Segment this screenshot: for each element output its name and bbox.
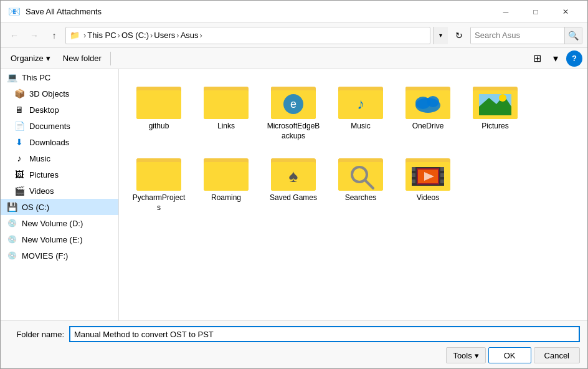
svg-point-27 (499, 94, 506, 102)
folder-label: Pictures (481, 122, 508, 132)
folder-icon (136, 82, 181, 119)
file-area: github Links (119, 69, 587, 320)
sidebar-item-pictures[interactable]: 🖼 Pictures (1, 166, 118, 183)
sidebar-item-this-pc[interactable]: 💻 This PC (1, 69, 118, 85)
toolbar: Organize ▾ New folder ⊞ ▾ ? (1, 48, 587, 69)
svg-rect-30 (136, 162, 181, 191)
new-volume-e-icon: 💿 (6, 233, 18, 246)
list-item[interactable]: Pictures (464, 78, 526, 145)
sidebar-item-new-volume-e[interactable]: 💿 New Volume (E:) (1, 231, 118, 247)
folder-icon: ♠ (271, 153, 316, 191)
path-dropdown-button[interactable]: ▾ (433, 27, 448, 44)
path-folder-icon: 📁 (70, 31, 80, 40)
search-button[interactable]: 🔍 (564, 27, 582, 44)
up-button[interactable]: ↑ (45, 27, 63, 44)
toolbar-separator (110, 52, 111, 65)
folder-label: Videos (417, 193, 439, 203)
sidebar-item-new-volume-d[interactable]: 💿 New Volume (D:) (1, 215, 118, 231)
view-dropdown-button[interactable]: ▾ (548, 50, 564, 67)
new-folder-button[interactable]: New folder (58, 50, 107, 67)
sidebar-item-documents[interactable]: 📄 Documents (1, 118, 118, 134)
forward-button[interactable]: → (26, 27, 43, 44)
sidebar-item-os-c[interactable]: 💾 OS (C:) (1, 199, 118, 215)
folder-label: Saved Games (270, 193, 317, 203)
folder-name-row: Folder name: (8, 326, 580, 342)
folder-label: OneDrive (412, 122, 444, 132)
path-os-c[interactable]: OS (C:) (121, 31, 149, 40)
os-c-icon: 💾 (6, 201, 18, 213)
folder-icon: ♪ (338, 82, 383, 119)
svg-rect-2 (136, 90, 181, 119)
list-item[interactable]: Links (195, 78, 257, 145)
movies-f-icon: 💿 (6, 249, 18, 262)
new-volume-d-icon: 💿 (6, 217, 18, 229)
list-item[interactable]: e MicrosoftEdgeBackups (262, 78, 325, 145)
folder-icon (204, 153, 249, 191)
svg-text:e: e (290, 98, 296, 110)
folder-icon (204, 82, 249, 119)
minimize-button[interactable]: ─ (491, 3, 520, 21)
folder-label: github (149, 122, 169, 132)
3d-objects-icon: 📦 (13, 87, 26, 100)
sidebar-item-videos[interactable]: 🎬 Videos (1, 183, 118, 199)
svg-rect-49 (412, 180, 415, 183)
folder-label: Links (217, 122, 235, 132)
list-item[interactable]: PycharmProjects (128, 150, 190, 216)
this-pc-icon: 💻 (6, 71, 18, 84)
sidebar-item-music[interactable]: ♪ Music (1, 150, 118, 166)
maximize-button[interactable]: □ (521, 3, 550, 21)
address-path[interactable]: 📁 › This PC › OS (C:) › Users › Asus › (65, 27, 430, 44)
help-button[interactable]: ? (566, 50, 582, 67)
address-bar: ← → ↑ 📁 › This PC › OS (C:) › Users › As… (1, 23, 587, 48)
list-item[interactable]: Roaming (195, 150, 257, 216)
svg-point-20 (427, 96, 439, 107)
downloads-icon: ⬇ (13, 136, 26, 148)
tools-button[interactable]: Tools ▾ (446, 347, 485, 363)
bottom-bar: Folder name: Tools ▾ OK Cancel (1, 320, 587, 368)
refresh-button[interactable]: ↻ (450, 27, 468, 44)
folder-icon (338, 153, 383, 191)
sidebar-item-movies-f[interactable]: 💿 MOVIES (F:) (1, 247, 118, 264)
path-this-pc[interactable]: This PC (87, 31, 116, 40)
list-item[interactable]: github (128, 78, 190, 145)
svg-rect-48 (412, 173, 415, 177)
list-item[interactable]: ♠ Saved Games (262, 150, 325, 216)
videos-icon: 🎬 (13, 184, 26, 197)
music-icon: ♪ (13, 152, 26, 165)
svg-rect-5 (204, 90, 249, 119)
folder-label: Roaming (211, 193, 241, 203)
svg-rect-33 (204, 162, 249, 191)
svg-rect-52 (440, 180, 444, 183)
dialog-title: Save All Attachments (26, 7, 491, 16)
close-button[interactable]: ✕ (551, 3, 580, 21)
desktop-icon: 🖥 (13, 103, 26, 116)
search-input[interactable] (471, 27, 564, 44)
folder-icon (473, 82, 518, 119)
folder-label: Music (351, 122, 370, 132)
path-asus[interactable]: Asus (181, 31, 199, 40)
folder-name-input[interactable] (69, 326, 580, 342)
cancel-button[interactable]: Cancel (534, 347, 580, 363)
tools-dropdown-icon: ▾ (475, 351, 479, 360)
ok-button[interactable]: OK (488, 347, 531, 363)
documents-icon: 📄 (13, 120, 26, 132)
dialog-icon: 📧 (8, 6, 21, 18)
save-all-attachments-dialog: 📧 Save All Attachments ─ □ ✕ ← → ↑ 📁 › T… (0, 0, 588, 369)
list-item[interactable]: Searches (330, 150, 392, 216)
sidebar-item-desktop[interactable]: 🖥 Desktop (1, 102, 118, 118)
sidebar-item-3d-objects[interactable]: 📦 3D Objects (1, 85, 118, 102)
list-item[interactable]: Videos (397, 150, 459, 216)
search-box: 🔍 (470, 27, 582, 44)
sidebar-item-downloads[interactable]: ⬇ Downloads (1, 134, 118, 150)
view-button[interactable]: ⊞ (529, 50, 545, 67)
path-users[interactable]: Users (154, 31, 175, 40)
main-content: 💻 This PC 📦 3D Objects 🖥 Desktop 📄 Docum… (1, 69, 587, 320)
sidebar: 💻 This PC 📦 3D Objects 🖥 Desktop 📄 Docum… (1, 69, 119, 320)
folder-icon (136, 153, 181, 191)
svg-rect-26 (479, 107, 511, 115)
back-button[interactable]: ← (6, 27, 23, 44)
organize-button[interactable]: Organize ▾ (6, 50, 55, 67)
list-item[interactable]: ♪ Music (330, 78, 392, 145)
list-item[interactable]: OneDrive (397, 78, 459, 145)
folder-label: MicrosoftEdgeBackups (266, 122, 321, 141)
